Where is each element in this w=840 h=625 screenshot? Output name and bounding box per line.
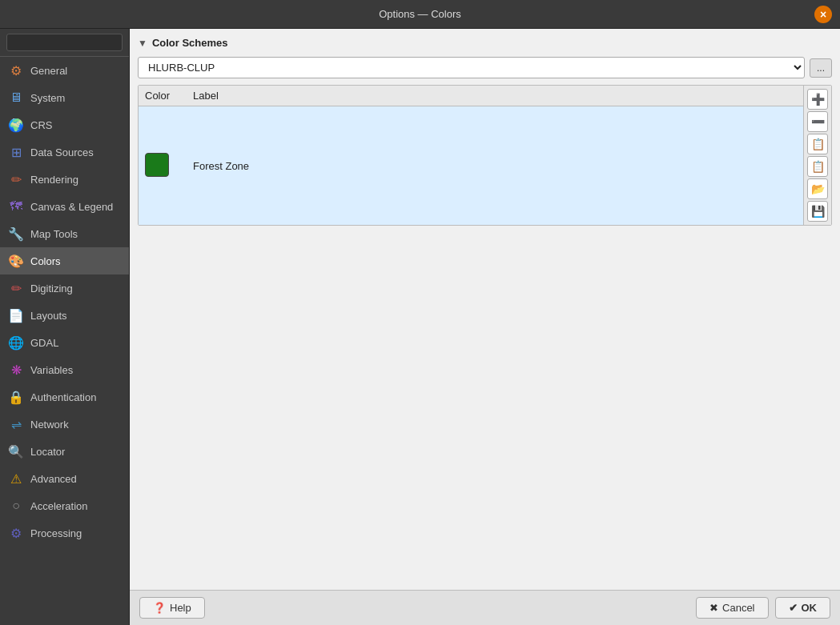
help-icon: ❓ [153, 602, 166, 614]
sidebar-label-system: System [30, 92, 65, 104]
system-icon: 🖥 [8, 90, 24, 106]
section-arrow: ▼ [138, 38, 147, 49]
right-panel: ▼ Color Schemes HLURB-CLUP ... Color [130, 29, 840, 625]
section-header: ▼ Color Schemes [138, 37, 832, 49]
locator-icon: 🔍 [8, 443, 24, 459]
ok-button[interactable]: ✔ OK [775, 597, 831, 619]
datasources-icon: ⊞ [8, 144, 24, 160]
general-icon: ⚙ [8, 62, 24, 78]
remove-button[interactable]: ➖ [807, 111, 828, 132]
cancel-label: Cancel [722, 602, 754, 614]
sidebar-item-advanced[interactable]: ⚠ Advanced [0, 465, 129, 492]
sidebar-label-network: Network [30, 419, 69, 431]
add-button[interactable]: ➕ [807, 89, 828, 110]
sidebar-label-colors: Colors [30, 255, 61, 267]
title-bar: Options — Colors × [0, 0, 840, 29]
crs-icon: 🌍 [8, 117, 24, 133]
advanced-icon: ⚠ [8, 471, 24, 487]
sidebar-label-canvas: Canvas & Legend [30, 201, 113, 213]
sidebar-item-authentication[interactable]: 🔒 Authentication [0, 383, 129, 411]
label-cell: Forest Zone [187, 106, 803, 226]
sidebar-label-processing: Processing [30, 527, 82, 539]
color-table: Color Label Forest Zone [139, 86, 803, 225]
panel-content: ▼ Color Schemes HLURB-CLUP ... Color [130, 29, 840, 590]
sidebar-item-gdal[interactable]: 🌐 GDAL [0, 329, 129, 356]
copy-button[interactable]: 📋 [807, 134, 828, 154]
color-swatch[interactable] [145, 153, 169, 177]
main-content: ⚙ General 🖥 System 🌍 CRS ⊞ Data Sources … [0, 29, 840, 625]
layouts-icon: 📄 [8, 307, 24, 323]
sidebar-label-acceleration: Acceleration [30, 500, 88, 512]
section-title: Color Schemes [152, 37, 228, 49]
sidebar-label-digitizing: Digitizing [30, 282, 73, 294]
color-cell[interactable] [139, 106, 187, 226]
sidebar-item-network[interactable]: ⇌ Network [0, 411, 129, 438]
acceleration-icon: ○ [8, 498, 24, 514]
sidebar-item-locator[interactable]: 🔍 Locator [0, 438, 129, 465]
sidebar-label-locator: Locator [30, 446, 65, 458]
col-header-color: Color [139, 86, 187, 106]
scheme-more-button[interactable]: ... [810, 58, 832, 78]
sidebar-label-maptools: Map Tools [30, 228, 78, 240]
sidebar-item-maptools[interactable]: 🔧 Map Tools [0, 220, 129, 247]
table-container: Color Label Forest Zone ➕➖📋📋📂💾 [138, 85, 832, 226]
colors-icon: 🎨 [8, 253, 24, 269]
digitizing-icon: ✏ [8, 280, 24, 296]
sidebar-item-datasources[interactable]: ⊞ Data Sources [0, 138, 129, 166]
footer: ❓ Help ✖ Cancel ✔ OK [130, 590, 840, 625]
cancel-button[interactable]: ✖ Cancel [696, 597, 768, 619]
sidebar-item-system[interactable]: 🖥 System [0, 84, 129, 111]
sidebar-item-canvas[interactable]: 🗺 Canvas & Legend [0, 193, 129, 220]
sidebar: ⚙ General 🖥 System 🌍 CRS ⊞ Data Sources … [0, 29, 130, 625]
open-button[interactable]: 📂 [807, 178, 828, 199]
sidebar-label-advanced: Advanced [30, 473, 77, 485]
search-input[interactable] [6, 34, 123, 51]
dialog-title: Options — Colors [26, 8, 814, 20]
canvas-icon: 🗺 [8, 198, 24, 214]
sidebar-item-crs[interactable]: 🌍 CRS [0, 111, 129, 138]
cancel-icon: ✖ [709, 602, 718, 614]
sidebar-label-gdal: GDAL [30, 337, 58, 349]
paste-button[interactable]: 📋 [807, 156, 828, 177]
sidebar-label-datasources: Data Sources [30, 146, 94, 158]
variables-icon: ❋ [8, 362, 24, 378]
rendering-icon: ✏ [8, 171, 24, 187]
maptools-icon: 🔧 [8, 226, 24, 242]
col-header-label: Label [187, 86, 803, 106]
authentication-icon: 🔒 [8, 389, 24, 405]
footer-right: ✖ Cancel ✔ OK [696, 597, 830, 619]
sidebar-label-crs: CRS [30, 119, 52, 131]
help-button[interactable]: ❓ Help [139, 597, 205, 619]
help-label: Help [170, 602, 191, 614]
sidebar-item-colors[interactable]: 🎨 Colors [0, 247, 129, 274]
table-row[interactable]: Forest Zone [139, 106, 803, 226]
sidebar-label-variables: Variables [30, 364, 73, 376]
scheme-dropdown[interactable]: HLURB-CLUP [138, 57, 805, 78]
sidebar-item-general[interactable]: ⚙ General [0, 57, 129, 84]
sidebar-item-processing[interactable]: ⚙ Processing [0, 519, 129, 547]
scheme-row: HLURB-CLUP ... [138, 57, 832, 78]
options-dialog: Options — Colors × ⚙ General 🖥 System 🌍 … [0, 0, 840, 625]
ok-icon: ✔ [789, 602, 798, 614]
network-icon: ⇌ [8, 416, 24, 432]
search-box [0, 29, 129, 57]
sidebar-label-layouts: Layouts [30, 310, 67, 322]
table-actions: ➕➖📋📋📂💾 [803, 86, 831, 225]
gdal-icon: 🌐 [8, 335, 24, 351]
save-button[interactable]: 💾 [807, 201, 828, 222]
close-button[interactable]: × [814, 6, 832, 23]
sidebar-item-digitizing[interactable]: ✏ Digitizing [0, 274, 129, 302]
sidebar-item-layouts[interactable]: 📄 Layouts [0, 302, 129, 329]
sidebar-label-rendering: Rendering [30, 174, 78, 186]
sidebar-item-acceleration[interactable]: ○ Acceleration [0, 492, 129, 519]
sidebar-label-authentication: Authentication [30, 391, 96, 403]
sidebar-label-general: General [30, 65, 67, 77]
sidebar-item-variables[interactable]: ❋ Variables [0, 356, 129, 383]
sidebar-item-rendering[interactable]: ✏ Rendering [0, 166, 129, 193]
processing-icon: ⚙ [8, 525, 24, 541]
ok-label: OK [802, 602, 818, 614]
